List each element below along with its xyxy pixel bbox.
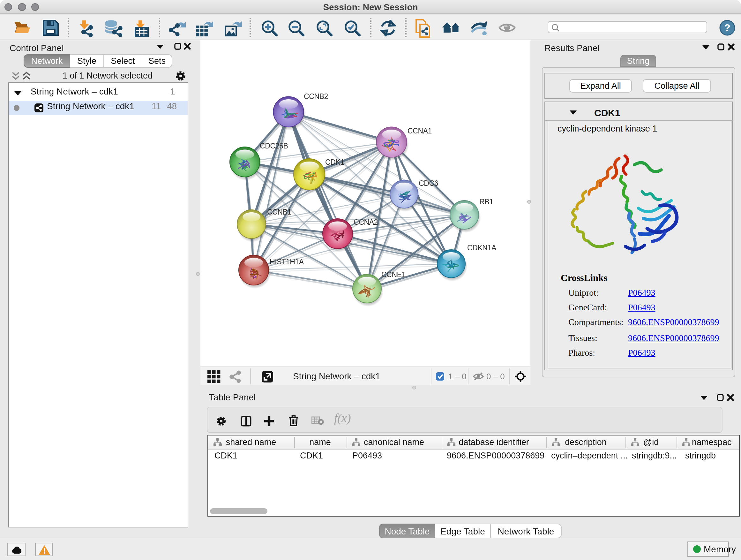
svg-text:CCNB1: CCNB1 [267,208,291,216]
svg-text:CDKN1A: CDKN1A [467,244,496,252]
svg-text:HIST1H1A: HIST1H1A [270,258,304,266]
svg-text:CDC25B: CDC25B [260,142,288,150]
svg-text:CDC6: CDC6 [419,179,438,187]
svg-text:RB1: RB1 [479,198,493,206]
svg-text:CCNA1: CCNA1 [408,127,432,135]
svg-text:CCNE1: CCNE1 [381,270,406,279]
svg-text:CDK1: CDK1 [325,158,344,166]
svg-text:CCNB2: CCNB2 [304,92,328,101]
svg-text:CCNA2: CCNA2 [354,218,378,226]
svg-text:?: ? [724,22,731,34]
